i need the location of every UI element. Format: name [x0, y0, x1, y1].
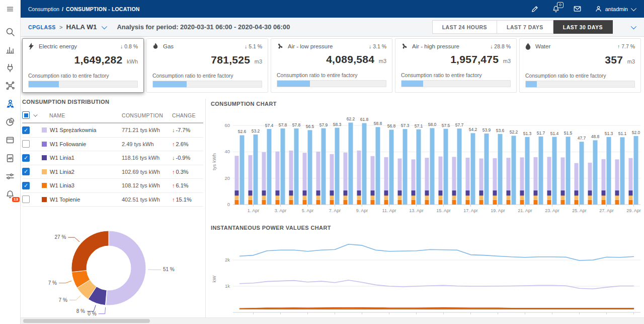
- stacked-bar-segment[interactable]: [507, 158, 511, 190]
- stacked-bar-segment[interactable]: [615, 200, 619, 205]
- stacked-bar-segment[interactable]: [629, 200, 633, 205]
- stacked-bar-segment[interactable]: [371, 196, 375, 200]
- stacked-bar-segment[interactable]: [520, 196, 524, 200]
- stacked-bar-segment[interactable]: [466, 196, 470, 200]
- table-row[interactable]: ✓ W1 Sprężarkownia 771.21 tys kWh ↓-7.7%: [22, 123, 203, 138]
- stacked-bar-segment[interactable]: [316, 200, 320, 205]
- stacked-bar-segment[interactable]: [330, 196, 334, 200]
- stacked-bar-segment[interactable]: [398, 190, 402, 196]
- stacked-bar-segment[interactable]: [561, 190, 565, 196]
- total-bar[interactable]: [580, 142, 584, 205]
- total-bar[interactable]: [240, 135, 245, 205]
- select-all-checkbox[interactable]: [22, 111, 30, 119]
- stacked-bar-segment[interactable]: [466, 158, 470, 190]
- bar-chart-icon[interactable]: [0, 41, 20, 58]
- total-bar[interactable]: [376, 127, 380, 205]
- row-checkbox[interactable]: ✓: [22, 126, 30, 134]
- stacked-bar-segment[interactable]: [466, 200, 470, 205]
- stacked-bar-segment[interactable]: [452, 190, 456, 196]
- table-row[interactable]: ✓ W1 Linia1 118.16 tys kWh ↓-0.9%: [22, 151, 203, 165]
- stacked-bar-segment[interactable]: [520, 190, 524, 196]
- table-row[interactable]: ✓ W1 Linia2 102.69 tys kWh ↑0.3%: [22, 165, 203, 179]
- breadcrumb-section[interactable]: Consumption: [28, 6, 59, 12]
- total-bar[interactable]: [607, 137, 611, 205]
- stacked-bar-segment[interactable]: [262, 152, 266, 190]
- stacked-bar-segment[interactable]: [371, 200, 375, 205]
- total-bar[interactable]: [267, 129, 272, 205]
- row-checkbox[interactable]: [22, 196, 30, 203]
- stacked-bar-segment[interactable]: [398, 200, 402, 205]
- pie-chart-icon[interactable]: [0, 113, 20, 131]
- stacked-bar-segment[interactable]: [507, 190, 511, 196]
- stacked-bar-segment[interactable]: [289, 151, 293, 190]
- stacked-bar-segment[interactable]: [316, 196, 320, 200]
- stacked-bar-segment[interactable]: [547, 196, 551, 200]
- stacked-bar-segment[interactable]: [357, 200, 361, 205]
- stacked-bar-segment[interactable]: [452, 200, 456, 205]
- total-bar[interactable]: [362, 123, 367, 205]
- menu-icon[interactable]: [0, 0, 20, 18]
- stacked-bar-segment[interactable]: [371, 190, 375, 196]
- report-icon[interactable]: [0, 150, 20, 167]
- total-bar[interactable]: [566, 137, 571, 205]
- line-lavender[interactable]: [240, 280, 634, 289]
- mail-icon[interactable]: [573, 5, 582, 13]
- location-dropdown-icon[interactable]: [102, 23, 107, 29]
- total-bar[interactable]: [485, 134, 489, 205]
- network-icon[interactable]: [0, 77, 20, 94]
- stacked-bar-segment[interactable]: [276, 190, 280, 196]
- stacked-bar-segment[interactable]: [276, 200, 280, 205]
- table-row[interactable]: ✓ W1 Linia3 108.12 tys kWh ↑6.1%: [22, 179, 203, 193]
- stacked-bar-segment[interactable]: [425, 158, 429, 190]
- stacked-bar-segment[interactable]: [289, 200, 293, 205]
- stacked-bar-segment[interactable]: [249, 196, 253, 200]
- stacked-bar-segment[interactable]: [602, 200, 606, 205]
- stacked-bar-segment[interactable]: [384, 200, 388, 205]
- stacked-bar-segment[interactable]: [575, 163, 579, 190]
- stacked-bar-segment[interactable]: [344, 153, 348, 190]
- notifications-bell-icon[interactable]: 0: [552, 5, 560, 13]
- stacked-bar-segment[interactable]: [425, 190, 429, 196]
- horizontal-scrollbar-thumb[interactable]: [23, 319, 150, 323]
- kpi-card-gas[interactable]: Gas ↓ 5.1 % 781,525 m3 Consumption ratio…: [146, 38, 268, 93]
- stacked-bar-segment[interactable]: [479, 190, 484, 196]
- stacked-bar-segment[interactable]: [520, 157, 524, 190]
- total-bar[interactable]: [281, 128, 285, 205]
- donut-slice[interactable]: [106, 231, 146, 305]
- plug-icon[interactable]: [0, 59, 20, 77]
- total-bar[interactable]: [512, 136, 516, 205]
- stacked-bar-segment[interactable]: [588, 190, 592, 196]
- stacked-bar-segment[interactable]: [276, 196, 280, 200]
- stacked-bar-segment[interactable]: [235, 200, 239, 205]
- stacked-bar-segment[interactable]: [547, 190, 551, 196]
- total-bar[interactable]: [525, 137, 530, 205]
- stacked-bar-segment[interactable]: [249, 155, 253, 190]
- stacked-bar-segment[interactable]: [412, 190, 416, 196]
- row-checkbox[interactable]: ✓: [22, 182, 30, 189]
- stacked-bar-segment[interactable]: [534, 196, 538, 200]
- stacked-bar-segment[interactable]: [330, 154, 334, 190]
- stacked-bar-segment[interactable]: [520, 200, 524, 205]
- stacked-bar-segment[interactable]: [344, 190, 348, 196]
- stacked-bar-segment[interactable]: [547, 200, 551, 205]
- total-bar[interactable]: [634, 136, 638, 205]
- stacked-bar-segment[interactable]: [384, 190, 388, 196]
- stacked-bar-segment[interactable]: [575, 190, 579, 196]
- total-bar[interactable]: [552, 137, 557, 205]
- stacked-bar-segment[interactable]: [575, 200, 579, 205]
- stacked-bar-segment[interactable]: [357, 151, 361, 190]
- stacked-bar-segment[interactable]: [629, 158, 633, 190]
- stacked-bar-segment[interactable]: [615, 196, 619, 200]
- stacked-bar-segment[interactable]: [615, 159, 619, 190]
- stacked-bar-segment[interactable]: [629, 190, 633, 196]
- total-bar[interactable]: [335, 128, 340, 205]
- stacked-bar-segment[interactable]: [262, 196, 266, 200]
- stacked-bar-segment[interactable]: [561, 200, 565, 205]
- total-bar[interactable]: [403, 129, 408, 205]
- total-bar[interactable]: [444, 129, 448, 205]
- kpi-card-air-low-pressure[interactable]: Air - low pressure ↓ 3.1 % 4,089,584 m3 …: [271, 38, 392, 93]
- stacked-bar-segment[interactable]: [425, 196, 429, 200]
- total-bar[interactable]: [498, 134, 503, 205]
- stacked-bar-segment[interactable]: [235, 196, 239, 200]
- stacked-bar-segment[interactable]: [439, 200, 443, 205]
